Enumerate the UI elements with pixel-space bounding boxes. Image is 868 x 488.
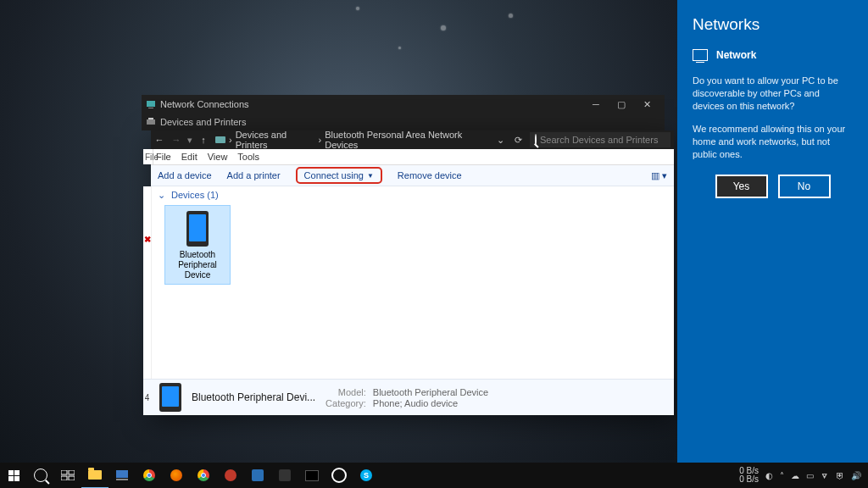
network-label: Network [716, 49, 756, 61]
add-printer-button[interactable]: Add a printer [227, 170, 281, 180]
details-category-key: Category: [326, 398, 366, 408]
phone-icon [186, 211, 209, 247]
bubble-decor [398, 47, 401, 49]
recent-dropdown[interactable]: ▾ [185, 130, 195, 149]
svg-rect-3 [148, 118, 153, 119]
svg-rect-10 [116, 479, 128, 480]
breadcrumb-item[interactable]: Bluetooth Personal Area Network Devices [325, 130, 485, 150]
net-speed-indicator: 0 B/s 0 B/s [739, 467, 759, 484]
networks-flyout: Networks Network Do you want to allow yo… [677, 0, 868, 488]
close-icon[interactable]: ✕ [634, 99, 659, 110]
taskbar-chrome-2[interactable] [190, 463, 217, 488]
tray-battery-icon[interactable]: ▭ [806, 471, 814, 480]
maximize-icon[interactable]: ▢ [609, 99, 634, 110]
taskbar-chrome[interactable] [136, 463, 163, 488]
bubble-decor [356, 7, 359, 10]
minimize-icon[interactable]: ─ [583, 99, 609, 109]
system-tray[interactable]: 0 B/s 0 B/s ◐ ˄ ☁ ▭ ⛛ ⛨ 🔊 [732, 467, 868, 484]
flyout-recommendation: We recommend allowing this on your home … [693, 123, 853, 161]
taskbar-terminal[interactable] [298, 463, 326, 488]
error-icon: ✖ [143, 236, 151, 243]
details-category-value: Phone; Audio device [373, 398, 488, 408]
tray-chevron-up-icon[interactable]: ˄ [780, 471, 784, 480]
tray-shield-icon[interactable]: ⛨ [836, 471, 844, 480]
details-pane: 4 Bluetooth Peripheral Devi... Model: Bl… [151, 379, 674, 415]
view-options-icon[interactable]: ▥ ▾ [651, 170, 667, 181]
menu-edit[interactable]: Edit [181, 152, 198, 162]
back-button[interactable]: ← [151, 130, 168, 149]
add-device-button[interactable]: Add a device [158, 170, 212, 180]
chevron-down-icon: ⌄ [158, 190, 165, 201]
taskbar-app-red[interactable] [217, 463, 244, 488]
menu-slice-file[interactable]: File [143, 149, 153, 164]
nav-pane-sliver: ✖ [143, 186, 152, 379]
tray-cloud-icon[interactable]: ☁ [791, 471, 799, 480]
taskbar-app[interactable] [271, 463, 298, 488]
breadcrumb[interactable]: › Devices and Printers › Bluetooth Perso… [212, 130, 509, 150]
group-label: Devices (1) [171, 190, 219, 200]
menu-bar: File File Edit View Tools [151, 149, 674, 165]
bubble-decor [509, 14, 513, 18]
start-button[interactable] [0, 463, 27, 488]
chevron-down-icon: ▼ [367, 172, 374, 180]
flyout-heading: Networks [693, 15, 853, 34]
taskbar-firefox[interactable] [163, 463, 190, 488]
svg-rect-5 [61, 470, 67, 474]
bubble-decor [441, 25, 446, 30]
devices-icon [215, 135, 225, 145]
breadcrumb-sep: › [319, 135, 322, 145]
content-pane[interactable]: ✖ ⌄ Devices (1) Bluetooth Peripheral Dev… [151, 186, 674, 379]
details-title: Bluetooth Peripheral Devi... [192, 391, 315, 403]
svg-rect-8 [69, 476, 75, 480]
taskbar-app-blue[interactable] [244, 463, 271, 488]
forward-button[interactable]: → [168, 130, 185, 149]
network-icon [693, 49, 708, 61]
item-count: 4 [143, 379, 151, 415]
remove-device-button[interactable]: Remove device [398, 170, 462, 180]
phone-icon [159, 383, 181, 412]
svg-rect-6 [69, 470, 75, 474]
breadcrumb-dropdown-icon[interactable]: ⌄ [492, 135, 509, 146]
taskbar: S 0 B/s 0 B/s ◐ ˄ ☁ ▭ ⛛ ⛨ 🔊 [0, 463, 868, 488]
details-model-key: Model: [326, 387, 366, 397]
breadcrumb-sep: › [229, 135, 232, 145]
connect-using-button[interactable]: Connect using ▼ [296, 167, 382, 184]
taskbar-settings[interactable] [326, 463, 353, 488]
up-button[interactable]: ↑ [195, 130, 212, 149]
tray-wifi-icon[interactable]: ⛛ [821, 471, 829, 480]
taskbar-skype[interactable]: S [353, 463, 380, 488]
group-header-devices[interactable]: ⌄ Devices (1) [158, 190, 219, 201]
explorer-window: ← → ▾ ↑ › Devices and Printers › Bluetoo… [151, 130, 674, 415]
breadcrumb-item[interactable]: Devices and Printers [236, 130, 315, 150]
no-button[interactable]: No [778, 175, 831, 198]
refresh-button[interactable]: ⟳ [509, 130, 526, 149]
search-icon [535, 135, 537, 145]
command-bar: Add a device Add a printer Connect using… [151, 165, 674, 186]
svg-rect-2 [147, 119, 155, 125]
flyout-question: Do you want to allow your PC to be disco… [693, 75, 853, 113]
svg-rect-9 [116, 470, 128, 478]
device-tile-bluetooth[interactable]: Bluetooth Peripheral Device [164, 205, 231, 285]
menu-tools[interactable]: Tools [237, 152, 259, 162]
svg-rect-1 [148, 108, 153, 108]
desktop-wallpaper: Network Connections ─ ▢ ✕ Devices and Pr… [0, 0, 868, 488]
background-window-devices-printers[interactable]: Devices and Printers [142, 114, 665, 130]
tray-moon-icon[interactable]: ◐ [765, 471, 773, 480]
task-view-button[interactable] [54, 463, 81, 488]
network-entry[interactable]: Network [693, 49, 853, 61]
search-button[interactable] [27, 463, 54, 488]
menu-view[interactable]: View [208, 152, 228, 162]
taskbar-file-explorer[interactable] [81, 462, 108, 488]
printer-icon [147, 118, 155, 126]
svg-rect-7 [61, 476, 67, 480]
details-model-value: Bluetooth Peripheral Device [373, 387, 488, 397]
yes-button[interactable]: Yes [715, 175, 768, 198]
address-bar: ← → ▾ ↑ › Devices and Printers › Bluetoo… [151, 130, 674, 149]
taskbar-app[interactable] [108, 463, 136, 488]
tray-volume-icon[interactable]: 🔊 [851, 471, 861, 480]
search-input[interactable]: Search Devices and Printers [530, 132, 670, 147]
bg-window-title: Network Connections [160, 99, 249, 109]
background-window-network-connections[interactable]: Network Connections ─ ▢ ✕ [142, 95, 665, 114]
svg-rect-0 [147, 101, 155, 107]
search-placeholder: Search Devices and Printers [540, 135, 658, 145]
